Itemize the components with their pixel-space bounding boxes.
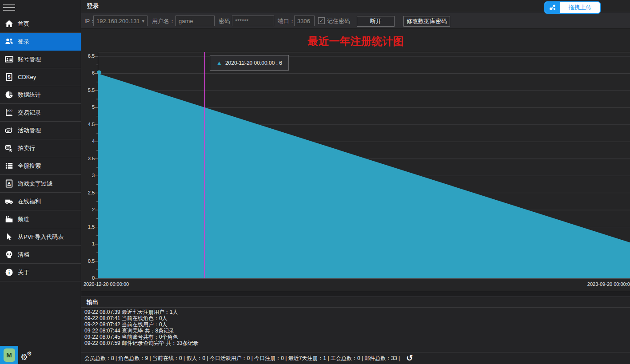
section-divider xyxy=(81,291,630,297)
auction-db-icon xyxy=(4,144,14,153)
y-axis-tick-label: 0.5 xyxy=(81,258,95,264)
sidebar-item-label: 登录 xyxy=(18,38,29,46)
chart-cursor-line xyxy=(204,52,205,278)
ip-value: 192.168.200.131 xyxy=(96,18,140,24)
sidebar-item-data-statistics[interactable]: 数据统计 xyxy=(0,86,81,104)
netdisk-share-icon xyxy=(545,2,560,13)
refresh-icon[interactable]: ↺ xyxy=(406,354,413,362)
sidebar-item-label: 清档 xyxy=(18,251,29,259)
sidebar-item-pvf-import[interactable]: 从PVF导入代码表 xyxy=(0,228,81,246)
series-marker-icon: ▲ xyxy=(216,59,222,66)
status-bar: 会员总数：8 | 角色总数：9 | 当前在线：0 | 假人：0 | 今日活跃用户… xyxy=(81,352,630,364)
avatar[interactable]: M xyxy=(0,346,18,364)
sidebar-item-home[interactable]: 首页 xyxy=(0,15,81,33)
y-axis-tick-label: 5 xyxy=(81,104,95,110)
sidebar-nav: 首页登录账号管理$CDKey数据统计LOG交易记录活动管理拍卖行全服搜索A游戏文… xyxy=(0,15,81,281)
sidebar-item-label: 数据统计 xyxy=(18,91,41,99)
dollar-book-icon: $ xyxy=(4,73,14,82)
sidebar-item-account-management[interactable]: 账号管理 xyxy=(0,51,81,68)
sidebar-item-label: 活动管理 xyxy=(18,127,41,135)
sidebar-item-label: CDKey xyxy=(18,74,36,80)
output-panel: 输出 09-22 08:07:39 最近七天注册用户：1人09-22 08:07… xyxy=(81,297,630,352)
check-icon: ✓ xyxy=(319,18,323,24)
app-window: 首页登录账号管理$CDKey数据统计LOG交易记录活动管理拍卖行全服搜索A游戏文… xyxy=(0,0,630,364)
drag-upload-label: 拖拽上传 xyxy=(560,2,600,13)
sidebar-item-wipe-data[interactable]: 清档 xyxy=(0,246,81,264)
y-axis-tick-label: 3 xyxy=(81,173,95,178)
y-axis-tick-label: 4 xyxy=(81,138,95,144)
sidebar-item-label: 首页 xyxy=(18,20,29,28)
drag-upload-button[interactable]: 拖拽上传 xyxy=(544,1,601,14)
sidebar-item-login[interactable]: 登录 xyxy=(0,33,81,51)
password-field[interactable] xyxy=(232,16,274,26)
sidebar-item-label: 拍卖行 xyxy=(18,144,35,152)
sidebar-footer: M ⚙ ⚙ xyxy=(0,346,81,364)
home-icon xyxy=(4,20,14,28)
y-axis-tick-label: 6 xyxy=(81,70,95,75)
sidebar-item-label: 交易记录 xyxy=(18,109,41,117)
y-axis-tick-label: 2 xyxy=(81,207,95,212)
username-field[interactable] xyxy=(175,16,215,26)
log-line: 09-22 08:07:41 当前在线角色：0人 xyxy=(84,315,630,321)
change-db-password-button[interactable]: 修改数据库密码 xyxy=(403,16,450,27)
sidebar-item-label: 关于 xyxy=(18,269,29,277)
text-filter-icon: A xyxy=(4,179,14,188)
status-text: 会员总数：8 | 角色总数：9 | 当前在线：0 | 假人：0 | 今日活跃用户… xyxy=(84,355,400,362)
y-axis-tick-label: 1 xyxy=(81,241,95,246)
sidebar-item-global-search[interactable]: 全服搜索 xyxy=(0,157,81,175)
login-form: IP： 192.168.200.131 ▾ 用户名： 密码： 端口： ✓ 记住密… xyxy=(81,12,630,29)
sidebar-item-label: 频道 xyxy=(18,215,29,223)
truck-icon xyxy=(4,197,14,206)
menu-toggle-icon[interactable] xyxy=(3,4,15,12)
svg-text:A: A xyxy=(8,181,11,186)
sidebar-item-about[interactable]: i关于 xyxy=(0,264,81,281)
y-axis-tick-label: 5.5 xyxy=(81,87,95,93)
chevron-down-icon: ▾ xyxy=(142,18,144,24)
log-line: 09-22 08:07:39 最近七天注册用户：1人 xyxy=(84,309,630,315)
settings-gears-icon[interactable]: ⚙ ⚙ xyxy=(20,348,36,363)
log-line: 09-22 08:07:45 当前账号共有：0个角色 xyxy=(84,334,630,340)
username-label: 用户名： xyxy=(152,17,175,25)
output-log: 09-22 08:07:39 最近七天注册用户：1人09-22 08:07:41… xyxy=(81,308,630,346)
sidebar-item-transaction-log[interactable]: LOG交易记录 xyxy=(0,104,81,122)
factory-icon xyxy=(4,215,14,224)
chart-plot-area[interactable] xyxy=(94,52,630,278)
log-line: 09-22 08:07:59 邮件记录查询完毕 共：33条记录 xyxy=(84,340,630,346)
port-field[interactable] xyxy=(294,16,315,26)
skull-icon xyxy=(4,250,14,259)
ip-select[interactable]: 192.168.200.131 ▾ xyxy=(93,16,148,26)
sidebar-item-label: 游戏文字过滤 xyxy=(18,180,52,188)
sidebar-item-auction-house[interactable]: 拍卖行 xyxy=(0,139,81,157)
disconnect-button[interactable]: 断开 xyxy=(357,16,395,27)
page-title: 登录 xyxy=(87,2,99,10)
chart-tooltip: ▲ 2020-12-20 00:00:00 : 6 xyxy=(210,55,289,71)
chart-title: 最近一年注册统计图 xyxy=(81,34,630,48)
y-axis-tick-label: 2.5 xyxy=(81,190,95,195)
y-axis-tick-label: 3.5 xyxy=(81,156,95,161)
sidebar-item-activity-management[interactable]: 活动管理 xyxy=(0,122,81,139)
id-card-icon xyxy=(4,55,14,64)
avatar-letter: M xyxy=(4,348,15,362)
y-axis-tick-label: 4.5 xyxy=(81,122,95,127)
sidebar-item-cdkey[interactable]: $CDKey xyxy=(0,68,81,86)
x-axis-label-start: 2020-12-20 00:00:00 xyxy=(84,281,129,287)
tag-icon xyxy=(4,126,14,135)
tooltip-text: 2020-12-20 00:00:00 : 6 xyxy=(225,60,282,66)
y-axis-tick-label: 6.5 xyxy=(81,53,95,59)
sidebar-item-online-welfare[interactable]: 在线福利 xyxy=(0,193,81,210)
port-label: 端口： xyxy=(278,17,295,25)
remember-password-checkbox[interactable]: ✓ xyxy=(318,17,325,24)
cursor-icon xyxy=(4,233,14,241)
sidebar: 首页登录账号管理$CDKey数据统计LOG交易记录活动管理拍卖行全服搜索A游戏文… xyxy=(0,0,81,364)
log-chart-icon: LOG xyxy=(4,108,14,117)
x-axis-label-end: 2023-09-20 00:00:00 xyxy=(587,281,630,287)
remember-password-label: 记住密码 xyxy=(327,17,350,25)
registration-chart: 最近一年注册统计图 00.511.522.533.544.555.566.5 2… xyxy=(81,29,630,291)
sidebar-item-label: 全服搜索 xyxy=(18,162,41,170)
sidebar-item-channel[interactable]: 频道 xyxy=(0,210,81,228)
svg-text:$: $ xyxy=(8,74,10,79)
sidebar-item-text-filter[interactable]: A游戏文字过滤 xyxy=(0,175,81,193)
sidebar-item-label: 从PVF导入代码表 xyxy=(18,233,64,241)
svg-text:LOG: LOG xyxy=(7,109,12,112)
log-line: 09-22 08:07:44 查询完毕 共：8条记录 xyxy=(84,328,630,334)
